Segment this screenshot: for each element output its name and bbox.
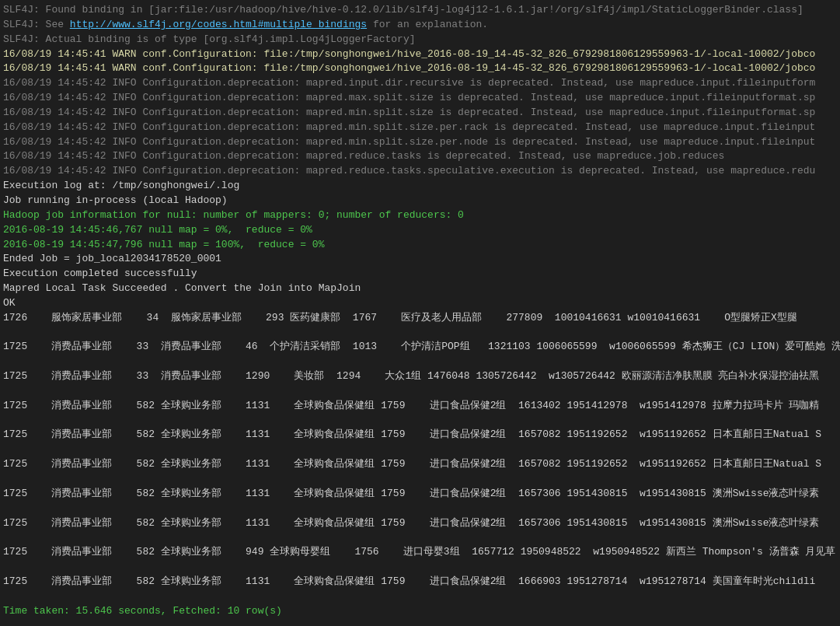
data-row-spacer (0, 384, 840, 399)
log-line: 16/08/19 14:45:42 INFO Configuration.dep… (0, 149, 840, 164)
data-row-spacer (0, 414, 840, 428)
log-line: 16/08/19 14:45:42 INFO Configuration.dep… (0, 135, 840, 150)
terminal: SLF4J: Found binding in [jar:file:/usr/h… (0, 0, 840, 626)
log-line: Execution log at: /tmp/songhongwei/.log (0, 179, 840, 194)
spacer-line (0, 618, 840, 626)
data-row-spacer (0, 589, 840, 604)
data-row: 1725 消费品事业部 582 全球购业务部 1131 全球购食品保健组 175… (0, 428, 840, 442)
data-row: 1725 消费品事业部 33 消费品事业部 1290 美妆部 1294 大众1组… (0, 369, 840, 384)
log-line: Job running in-process (local Hadoop) (0, 194, 840, 208)
log-text: SLF4J: See (3, 19, 70, 30)
log-line-link: SLF4J: See http://www.slf4j.org/codes.ht… (0, 18, 840, 33)
log-line: 16/08/19 14:45:42 INFO Configuration.dep… (0, 76, 840, 91)
data-row-spacer (0, 472, 840, 487)
data-row: 1726 服饰家居事业部 34 服饰家居事业部 293 医药健康部 1767 医… (0, 311, 840, 326)
log-line: 16/08/19 14:45:41 WARN conf.Configuratio… (0, 47, 840, 62)
log-line: SLF4J: Actual binding is of type [org.sl… (0, 33, 840, 47)
log-text: for an explanation. (367, 19, 488, 30)
log-line: 2016-08-19 14:45:46,767 null map = 0%, r… (0, 223, 840, 238)
timing-line: Time taken: 15.646 seconds, Fetched: 10 … (0, 604, 840, 619)
log-line: SLF4J: Found binding in [jar:file:/usr/h… (0, 3, 840, 18)
log-line: Execution completed successfully (0, 267, 840, 282)
log-line: 16/08/19 14:45:42 INFO Configuration.dep… (0, 164, 840, 179)
log-line: Mapred Local Task Succeeded . Convert th… (0, 282, 840, 296)
data-row: 1725 消费品事业部 582 全球购业务部 949 全球购母婴组 1756 进… (0, 545, 840, 560)
log-line: 16/08/19 14:45:41 WARN conf.Configuratio… (0, 61, 840, 76)
data-row: 1725 消费品事业部 33 消费品事业部 46 个护清洁采销部 1013 个护… (0, 340, 840, 355)
log-line: OK (0, 296, 840, 311)
log-line: 16/08/19 14:45:42 INFO Configuration.dep… (0, 106, 840, 121)
log-line: Ended Job = job_local2034178520_0001 (0, 252, 840, 267)
data-row: 1725 消费品事业部 582 全球购业务部 1131 全球购食品保健组 175… (0, 457, 840, 472)
data-row-spacer (0, 560, 840, 575)
log-line: 16/08/19 14:45:42 INFO Configuration.dep… (0, 91, 840, 106)
log-line: 16/08/19 14:45:42 INFO Configuration.dep… (0, 121, 840, 135)
data-row-spacer (0, 530, 840, 545)
slf4j-link[interactable]: http://www.slf4j.org/codes.html#multiple… (70, 19, 367, 30)
data-row-spacer (0, 502, 840, 516)
data-row: 1725 消费品事业部 582 全球购业务部 1131 全球购食品保健组 175… (0, 399, 840, 414)
log-line: Hadoop job information for null: number … (0, 208, 840, 223)
log-line: 2016-08-19 14:45:47,796 null map = 100%,… (0, 238, 840, 253)
data-row: 1725 消费品事业部 582 全球购业务部 1131 全球购食品保健组 175… (0, 575, 840, 589)
data-row-spacer (0, 442, 840, 457)
data-row: 1725 消费品事业部 582 全球购业务部 1131 全球购食品保健组 175… (0, 516, 840, 531)
data-row-spacer (0, 326, 840, 341)
data-row: 1725 消费品事业部 582 全球购业务部 1131 全球购食品保健组 175… (0, 487, 840, 502)
data-row-spacer (0, 355, 840, 369)
